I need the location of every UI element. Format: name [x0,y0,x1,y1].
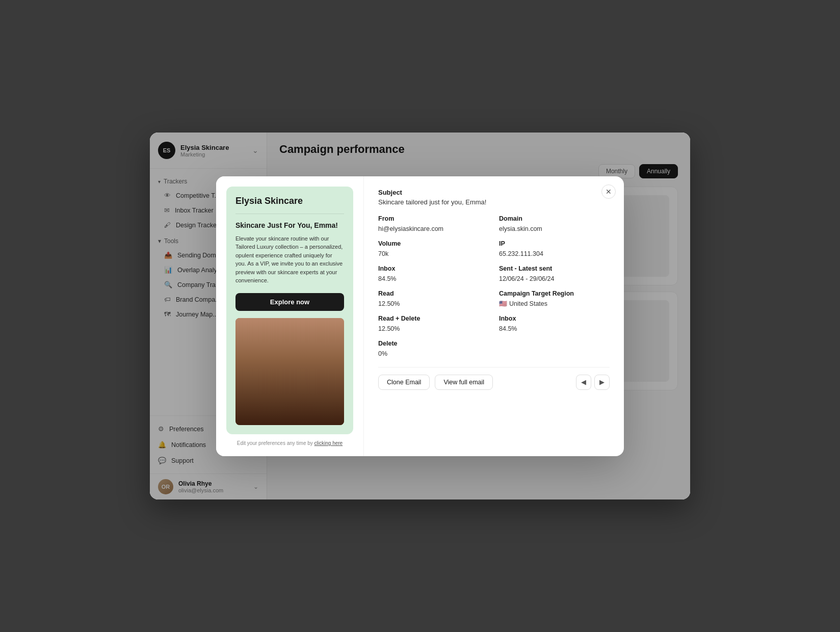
clone-email-button[interactable]: Clone Email [378,375,430,390]
close-button[interactable]: ✕ [601,185,616,199]
modal-overlay[interactable]: Elysia Skincare Skincare Just For You, E… [150,133,690,499]
prev-arrow-button[interactable]: ◀ [576,375,591,390]
inbox-field: Inbox 84.5% [378,265,489,283]
us-flag-icon: 🇺🇸 [499,300,507,307]
next-arrow-button[interactable]: ▶ [594,375,610,390]
ip-label: IP [499,240,610,247]
sent-label: Sent - Latest sent [499,265,610,272]
subject-label: Subject [378,189,610,196]
inbox2-label: Inbox [499,315,610,322]
email-brand: Elysia Skincare [235,196,344,206]
details-panel: ✕ Subject Skincare tailored just for you… [364,176,624,456]
read-field: Read 12.50% [378,290,489,308]
email-footer: Edit your preferences any time by clicki… [226,440,353,446]
read-delete-field: Read + Delete 12.50% [378,315,489,333]
modal-footer: Clone Email View full email ◀ ▶ [378,367,610,390]
email-preview-panel: Elysia Skincare Skincare Just For You, E… [216,176,364,456]
ip-value: 65.232.111.304 [499,250,543,257]
email-footer-link[interactable]: clicking here [314,440,343,446]
email-detail-modal: Elysia Skincare Skincare Just For You, E… [216,176,624,456]
read-delete-value: 12.50% [378,325,400,332]
email-image [235,318,344,425]
detail-fields-grid: From hi@elysiaskincare.com Domain elysia… [378,215,610,358]
sent-field: Sent - Latest sent 12/06/24 - 29/06/24 [499,265,610,283]
email-body: Elevate your skincare routine with our T… [235,234,344,285]
read-value: 12.50% [378,300,400,307]
ip-field: IP 65.232.111.304 [499,240,610,258]
domain-value: elysia.skin.com [499,225,542,232]
navigation-arrows: ◀ ▶ [576,375,610,390]
volume-value: 70k [378,250,388,257]
campaign-region-field: Campaign Target Region 🇺🇸United States [499,290,610,308]
volume-label: Volume [378,240,489,247]
inbox-label: Inbox [378,265,489,272]
email-cta-button[interactable]: Explore now [235,293,344,311]
inbox2-value: 84.5% [499,325,517,332]
delete-value: 0% [378,350,387,357]
read-delete-label: Read + Delete [378,315,489,322]
read-label: Read [378,290,489,297]
volume-field: Volume 70k [378,240,489,258]
inbox-value: 84.5% [378,275,396,282]
delete-label: Delete [378,340,489,347]
sent-value: 12/06/24 - 29/06/24 [499,275,554,282]
delete-field: Delete 0% [378,340,489,358]
email-divider [235,214,344,214]
view-full-email-button[interactable]: View full email [435,375,493,390]
domain-label: Domain [499,215,610,222]
email-face-image [235,318,344,425]
from-value: hi@elysiaskincare.com [378,225,443,232]
from-field: From hi@elysiaskincare.com [378,215,489,233]
campaign-region-label: Campaign Target Region [499,290,610,297]
email-headline: Skincare Just For You, Emma! [235,221,344,229]
domain-field: Domain elysia.skin.com [499,215,610,233]
campaign-region-value: 🇺🇸United States [499,300,547,307]
inbox2-field: Inbox 84.5% [499,315,610,333]
subject-value: Skincare tailored just for you, Emma! [378,198,610,206]
email-card: Elysia Skincare Skincare Just For You, E… [226,187,353,434]
from-label: From [378,215,489,222]
